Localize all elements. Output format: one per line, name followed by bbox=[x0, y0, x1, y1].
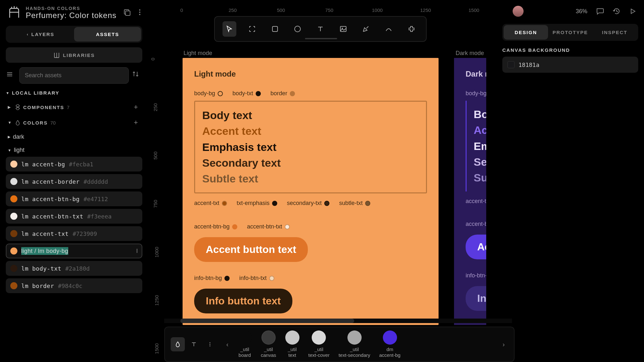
bg-swatch[interactable] bbox=[507, 61, 515, 68]
palette-swatch[interactable]: dmaccent-bg bbox=[379, 330, 401, 358]
palette-swatch[interactable]: _utiltext-secondary bbox=[338, 330, 370, 358]
canvas-toolbar bbox=[214, 16, 427, 42]
folder-light[interactable]: ▼light bbox=[6, 144, 142, 157]
right-panel-tabs: DESIGN PROTOTYPE INSPECT bbox=[502, 24, 638, 41]
tab-prototype[interactable]: PROTOTYPE bbox=[548, 25, 592, 40]
light-title: Light mode bbox=[194, 70, 427, 79]
rectangle-tool[interactable] bbox=[268, 21, 282, 37]
frame-tool[interactable] bbox=[245, 21, 259, 37]
palette-swatch[interactable]: _utiltext-cover bbox=[308, 330, 330, 358]
color-token-item[interactable]: lm accent-bg#fecba1 bbox=[6, 157, 142, 172]
svg-rect-9 bbox=[16, 107, 19, 110]
svg-rect-10 bbox=[272, 26, 278, 32]
doc-title[interactable]: Perfumery: Color tokens bbox=[26, 11, 117, 20]
layers-stack-icon[interactable] bbox=[123, 8, 132, 17]
select-tool[interactable] bbox=[223, 21, 236, 37]
canvas-scrollbar[interactable] bbox=[164, 319, 512, 323]
tab-layers[interactable]: ‹LAYERS bbox=[7, 27, 74, 42]
ellipse-tool[interactable] bbox=[291, 21, 305, 37]
color-token-item[interactable]: lm accent-border#dddddd bbox=[6, 174, 142, 189]
accent-button-sample: Accent button text bbox=[194, 237, 308, 262]
swatch-palette-bar: ‹ _utilboard_utilcanvas_utiltext_utiltex… bbox=[164, 327, 515, 362]
svg-point-4 bbox=[139, 14, 140, 15]
palette-swatch[interactable]: _utilboard bbox=[238, 330, 252, 358]
ruler-vertical: 0 250 500 750 1000 1250 1500 bbox=[151, 13, 161, 362]
libraries-button[interactable]: LIBRARIES bbox=[6, 47, 142, 63]
color-token-item[interactable]: lm accent-btn-txt#f3eeea bbox=[6, 209, 142, 224]
text-sample-block: Body text Accent text Emphasis text Seco… bbox=[194, 101, 427, 193]
eyebrow: HANDS-ON COLORS bbox=[26, 6, 117, 11]
colors-collection[interactable]: ▼ COLORS 70 + bbox=[6, 115, 142, 130]
color-token-item-editing[interactable]: light / lm body-bgI bbox=[6, 244, 142, 258]
plugin-icon[interactable] bbox=[404, 21, 418, 37]
svg-rect-8 bbox=[16, 104, 19, 108]
dark-mode-frame[interactable]: Dark mo body-bg Bo Ac Em Se Su accent-t … bbox=[454, 58, 486, 325]
path-tool[interactable] bbox=[382, 21, 396, 37]
canvas-bg-heading: CANVAS BACKGROUND bbox=[502, 47, 638, 53]
zoom-level[interactable]: 36% bbox=[576, 8, 587, 15]
local-library-heading[interactable]: ▼LOCAL LIBRARY bbox=[6, 90, 142, 96]
palette-text-icon[interactable] bbox=[187, 337, 201, 351]
light-mode-frame[interactable]: Light mode body-bg body-txt border Body … bbox=[183, 58, 439, 325]
more-icon[interactable] bbox=[136, 8, 145, 17]
left-panel-tabs: ‹LAYERS ASSETS bbox=[6, 26, 142, 43]
pen-tool[interactable] bbox=[359, 21, 373, 37]
palette-drop-icon[interactable] bbox=[171, 337, 185, 351]
play-icon[interactable] bbox=[629, 8, 636, 15]
palette-swatch[interactable]: _utiltext bbox=[285, 330, 299, 358]
sort-icon[interactable] bbox=[132, 70, 142, 81]
droplet-icon bbox=[15, 120, 21, 125]
user-avatar[interactable] bbox=[513, 6, 524, 17]
tab-design[interactable]: DESIGN bbox=[504, 25, 548, 40]
color-token-item[interactable]: lm accent-btn-bg#e47112 bbox=[6, 191, 142, 206]
app-logo[interactable] bbox=[6, 5, 22, 21]
color-token-item[interactable]: lm border#984c0c bbox=[6, 278, 142, 293]
frame-label-dark[interactable]: Dark mode bbox=[456, 50, 484, 57]
text-tool[interactable] bbox=[314, 21, 327, 37]
components-collection[interactable]: ▶ COMPONENTS 7 + bbox=[6, 99, 142, 115]
list-view-icon[interactable] bbox=[6, 70, 16, 81]
image-tool[interactable] bbox=[336, 21, 350, 37]
palette-swatch[interactable]: _utilcanvas bbox=[261, 330, 276, 358]
add-color-icon[interactable]: + bbox=[131, 118, 140, 127]
palette-more-icon[interactable] bbox=[203, 337, 217, 351]
info-button-sample: Info button text bbox=[194, 289, 292, 313]
svg-point-14 bbox=[210, 342, 211, 343]
svg-point-15 bbox=[210, 344, 211, 345]
history-icon[interactable] bbox=[612, 7, 621, 15]
component-icon bbox=[15, 104, 21, 110]
svg-point-16 bbox=[210, 346, 211, 347]
color-token-item[interactable]: lm accent-txt#723909 bbox=[6, 226, 142, 241]
svg-point-3 bbox=[139, 12, 140, 13]
palette-prev-icon[interactable]: ‹ bbox=[223, 341, 232, 348]
svg-rect-1 bbox=[126, 11, 130, 15]
svg-point-11 bbox=[295, 26, 300, 32]
add-component-icon[interactable]: + bbox=[131, 103, 140, 112]
svg-point-2 bbox=[139, 9, 140, 11]
book-icon bbox=[53, 52, 60, 58]
folder-dark[interactable]: ▶dark bbox=[6, 130, 142, 144]
tab-assets[interactable]: ASSETS bbox=[74, 27, 141, 42]
comment-icon[interactable] bbox=[596, 7, 604, 15]
ruler-horizontal: 0 250 500 750 1000 1250 1500 bbox=[161, 0, 496, 13]
color-token-item[interactable]: lm body-txt#2a180d bbox=[6, 261, 142, 276]
frame-label-light[interactable]: Light mode bbox=[184, 50, 212, 57]
palette-next-icon[interactable]: › bbox=[499, 341, 508, 348]
search-input[interactable] bbox=[19, 67, 129, 84]
canvas-bg-input[interactable]: 18181a bbox=[502, 57, 638, 73]
tab-inspect[interactable]: INSPECT bbox=[592, 25, 637, 40]
